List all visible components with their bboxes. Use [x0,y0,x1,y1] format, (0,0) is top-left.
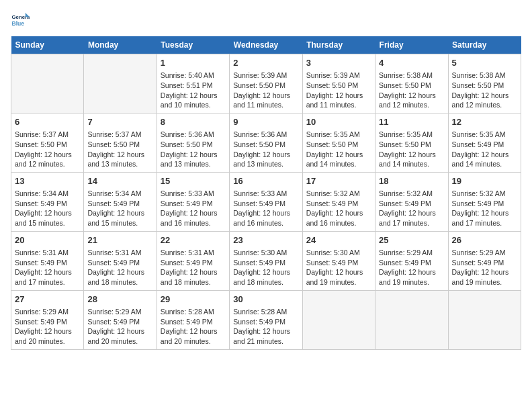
calendar-cell: 26Sunrise: 5:29 AMSunset: 5:49 PMDayligh… [448,231,521,290]
day-info: Daylight: 12 hours and 12 minutes. [15,150,80,169]
day-info: Sunrise: 5:34 AM [15,189,80,199]
day-info: Daylight: 12 hours and 16 minutes. [306,208,371,228]
calendar-cell: 25Sunrise: 5:29 AMSunset: 5:49 PMDayligh… [375,231,448,290]
calendar-body: 1Sunrise: 5:40 AMSunset: 5:51 PMDaylight… [11,54,521,350]
day-info: Sunrise: 5:35 AM [452,130,517,140]
calendar-cell: 21Sunrise: 5:31 AMSunset: 5:49 PMDayligh… [84,231,157,290]
day-info: Sunrise: 5:31 AM [15,248,80,258]
day-number: 17 [306,175,371,187]
day-info: Sunset: 5:49 PM [379,199,444,209]
logo: General Blue [11,11,30,30]
day-info: Sunset: 5:49 PM [452,258,517,268]
day-number: 22 [161,234,226,246]
day-number: 25 [379,234,444,246]
calendar-cell: 23Sunrise: 5:30 AMSunset: 5:49 PMDayligh… [230,231,302,290]
day-info: Daylight: 12 hours and 18 minutes. [233,267,298,287]
day-info: Daylight: 12 hours and 20 minutes. [161,326,226,346]
day-number: 24 [306,234,371,246]
calendar-cell: 19Sunrise: 5:32 AMSunset: 5:49 PMDayligh… [448,172,521,231]
day-info: Daylight: 12 hours and 18 minutes. [161,267,226,287]
calendar-cell: 28Sunrise: 5:29 AMSunset: 5:49 PMDayligh… [84,290,157,349]
logo-icon: General Blue [11,11,30,30]
day-info: Sunset: 5:49 PM [161,199,226,209]
day-info: Sunset: 5:50 PM [452,81,517,91]
calendar-cell [375,290,448,349]
day-info: Sunrise: 5:31 AM [161,248,226,258]
day-number: 28 [87,293,152,306]
day-info: Sunset: 5:49 PM [15,199,80,209]
day-info: Sunset: 5:49 PM [452,199,517,209]
day-info: Sunrise: 5:35 AM [379,130,444,140]
day-info: Sunset: 5:49 PM [161,317,226,327]
day-number: 16 [233,175,298,187]
day-number: 14 [87,175,152,187]
calendar-cell [84,54,157,113]
calendar-cell: 20Sunrise: 5:31 AMSunset: 5:49 PMDayligh… [11,231,84,290]
day-number: 5 [452,57,517,69]
day-info: Daylight: 12 hours and 19 minutes. [379,267,444,287]
calendar-cell: 3Sunrise: 5:39 AMSunset: 5:50 PMDaylight… [302,54,375,113]
day-number: 3 [306,57,371,69]
day-info: Daylight: 12 hours and 17 minutes. [379,208,444,228]
day-info: Sunset: 5:49 PM [306,258,371,268]
day-info: Daylight: 12 hours and 11 minutes. [233,91,298,110]
calendar-cell: 6Sunrise: 5:37 AMSunset: 5:50 PMDaylight… [11,113,84,172]
calendar-cell: 14Sunrise: 5:34 AMSunset: 5:49 PMDayligh… [84,172,157,231]
day-number: 29 [161,293,226,306]
day-number: 11 [379,116,444,128]
day-info: Sunrise: 5:29 AM [452,248,517,258]
day-info: Sunset: 5:49 PM [233,317,298,327]
day-info: Sunset: 5:49 PM [161,258,226,268]
day-info: Sunrise: 5:38 AM [379,71,444,81]
day-number: 1 [161,57,226,69]
day-number: 6 [15,116,80,128]
day-info: Sunrise: 5:39 AM [306,71,371,81]
day-header-thursday: Thursday [302,36,375,54]
page-header: General Blue [11,11,521,30]
day-info: Sunrise: 5:29 AM [87,307,152,317]
day-info: Daylight: 12 hours and 16 minutes. [161,208,226,228]
day-number: 23 [233,234,298,246]
day-number: 27 [15,293,80,306]
day-info: Sunset: 5:50 PM [15,140,80,150]
calendar-cell [11,54,84,113]
day-info: Sunrise: 5:37 AM [15,130,80,140]
day-number: 19 [452,175,517,187]
calendar-cell: 4Sunrise: 5:38 AMSunset: 5:50 PMDaylight… [375,54,448,113]
day-info: Sunrise: 5:31 AM [87,248,152,258]
day-info: Sunset: 5:49 PM [87,199,152,209]
day-info: Daylight: 12 hours and 17 minutes. [15,267,80,287]
day-info: Sunset: 5:49 PM [306,199,371,209]
day-info: Daylight: 12 hours and 13 minutes. [87,150,152,169]
day-info: Daylight: 12 hours and 14 minutes. [379,150,444,169]
day-info: Sunrise: 5:29 AM [379,248,444,258]
day-info: Sunset: 5:49 PM [233,258,298,268]
day-number: 4 [379,57,444,69]
calendar-cell: 8Sunrise: 5:36 AMSunset: 5:50 PMDaylight… [157,113,229,172]
day-number: 20 [15,234,80,246]
calendar-cell: 5Sunrise: 5:38 AMSunset: 5:50 PMDaylight… [448,54,521,113]
day-info: Sunrise: 5:38 AM [452,71,517,81]
calendar-week-1: 1Sunrise: 5:40 AMSunset: 5:51 PMDaylight… [11,54,521,113]
day-info: Daylight: 12 hours and 12 minutes. [379,91,444,110]
day-info: Sunrise: 5:32 AM [379,189,444,199]
day-info: Daylight: 12 hours and 17 minutes. [452,208,517,228]
day-info: Sunrise: 5:40 AM [161,71,226,81]
day-info: Daylight: 12 hours and 15 minutes. [87,208,152,228]
calendar-cell: 15Sunrise: 5:33 AMSunset: 5:49 PMDayligh… [157,172,229,231]
day-header-saturday: Saturday [448,36,521,54]
calendar-cell: 30Sunrise: 5:28 AMSunset: 5:49 PMDayligh… [230,290,302,349]
calendar-cell: 9Sunrise: 5:36 AMSunset: 5:50 PMDaylight… [230,113,302,172]
day-info: Sunrise: 5:33 AM [233,189,298,199]
calendar-cell: 27Sunrise: 5:29 AMSunset: 5:49 PMDayligh… [11,290,84,349]
day-info: Sunrise: 5:32 AM [452,189,517,199]
calendar-cell: 7Sunrise: 5:37 AMSunset: 5:50 PMDaylight… [84,113,157,172]
calendar-cell: 16Sunrise: 5:33 AMSunset: 5:49 PMDayligh… [230,172,302,231]
day-info: Daylight: 12 hours and 18 minutes. [87,267,152,287]
day-info: Sunset: 5:49 PM [87,258,152,268]
svg-text:Blue: Blue [12,20,25,27]
calendar-cell: 22Sunrise: 5:31 AMSunset: 5:49 PMDayligh… [157,231,229,290]
day-info: Daylight: 12 hours and 15 minutes. [15,208,80,228]
calendar-cell: 1Sunrise: 5:40 AMSunset: 5:51 PMDaylight… [157,54,229,113]
day-number: 26 [452,234,517,246]
